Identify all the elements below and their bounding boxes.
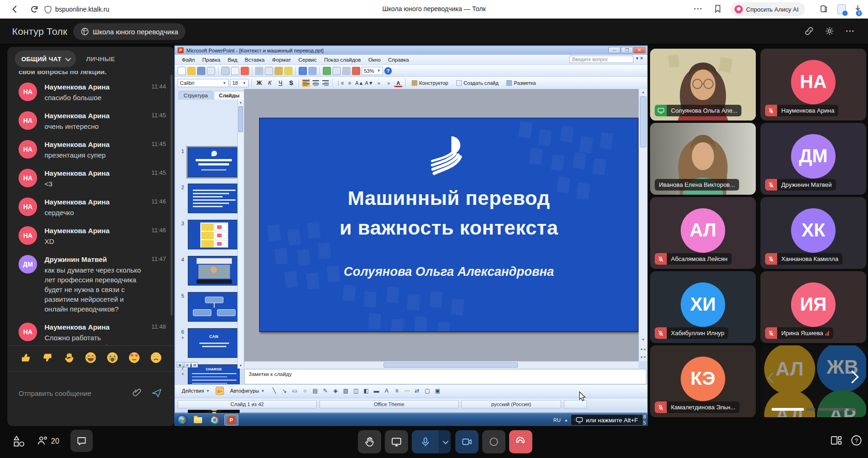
scroll-down-icon[interactable]: ▼ <box>238 363 243 369</box>
menu-item-показ-слайдов[interactable]: Показ слайдов <box>321 56 364 64</box>
reactions-shapes-icon[interactable] <box>12 434 26 448</box>
translate-doc-icon[interactable] <box>837 4 846 14</box>
participant-tile-3[interactable]: Иванова Елена Викторов... <box>650 123 756 195</box>
taskbar-powerpoint-button[interactable]: P <box>224 414 238 426</box>
joy-reaction[interactable] <box>84 351 97 366</box>
indent-less-icon[interactable]: « <box>375 79 383 87</box>
taskbar-explorer-button[interactable] <box>191 414 205 426</box>
leave-call-button[interactable] <box>509 430 532 453</box>
tab-slides[interactable]: Слайды <box>214 91 244 100</box>
restore-button[interactable]: ❐ <box>621 47 633 53</box>
scroll-up-icon[interactable]: ▲ <box>238 100 243 105</box>
cry-reaction[interactable] <box>106 351 119 366</box>
arrow-icon[interactable]: ↘ <box>281 388 288 394</box>
numbered-list-icon[interactable]: ⋮≡ <box>336 79 344 87</box>
cut-icon[interactable] <box>255 67 263 75</box>
microphone-options-button[interactable] <box>439 430 451 453</box>
dash-style-icon[interactable]: ⋯ <box>403 388 411 394</box>
menu-item-правка[interactable]: Правка <box>199 56 223 64</box>
shadow-button[interactable]: S <box>287 78 296 88</box>
participant-tile-6[interactable]: ХК Ханнанова Камилла <box>760 197 866 269</box>
diagram-icon[interactable]: ◈ <box>332 388 339 394</box>
underline-button[interactable]: Ч <box>276 78 285 88</box>
minimize-button[interactable]: — <box>608 47 620 53</box>
oval-icon[interactable]: ○ <box>301 388 309 394</box>
scroll-up-icon[interactable]: ▲ <box>639 89 647 95</box>
mail-icon[interactable] <box>207 67 215 75</box>
toggle-chat-button[interactable] <box>70 430 93 452</box>
line-style-icon[interactable]: ≡ <box>393 388 401 394</box>
raise-hand-button[interactable] <box>358 430 381 453</box>
new-icon[interactable] <box>178 67 186 75</box>
notes-box[interactable]: Заметки к слайду <box>244 369 646 384</box>
microphone-button[interactable] <box>412 430 439 453</box>
participant-tile-10[interactable]: АЛЖВАДАР <box>760 345 866 417</box>
menu-item-справка[interactable]: Справка <box>385 56 412 64</box>
copy-icon[interactable] <box>265 67 273 75</box>
shared-screen-area[interactable]: P Microsoft PowerPoint - [Контекст и маш… <box>174 45 648 426</box>
participant-tile-8[interactable]: ИЯ Ирина Яшиева <box>760 271 866 343</box>
room-name-pill[interactable]: Школа юного переводчика <box>73 23 185 40</box>
grid-icon[interactable] <box>342 67 351 75</box>
rectangle-icon[interactable]: ▭ <box>291 388 299 394</box>
arrow-style-icon[interactable]: ⇄ <box>414 388 421 394</box>
print-icon[interactable] <box>221 67 230 75</box>
pane-scroll-thumb[interactable] <box>238 106 243 132</box>
wordart-icon[interactable]: ✎ <box>322 388 329 394</box>
slide-thumbnail-6[interactable]: CAN <box>188 328 240 358</box>
participant-tile-7[interactable]: ХИ Хабибуллин Илнур <box>650 271 756 343</box>
slide-horizontal-scrollbar[interactable] <box>244 361 638 369</box>
taskbar-chrome-button[interactable] <box>208 414 222 426</box>
wave-reaction[interactable] <box>63 351 76 366</box>
save-icon[interactable] <box>197 67 205 75</box>
more-icon[interactable] <box>693 4 703 14</box>
slide-thumbnail-1[interactable] <box>188 147 240 177</box>
scroll-thumb[interactable] <box>640 96 646 147</box>
shadow-icon[interactable]: ▢ <box>424 388 431 394</box>
color-icon[interactable] <box>352 67 360 75</box>
undo-icon[interactable] <box>299 67 307 75</box>
keyboard-language[interactable]: RU <box>553 417 561 423</box>
slide-thumbnail-3[interactable] <box>188 220 240 249</box>
select-pointer-icon[interactable]: ▻ <box>216 387 224 395</box>
chat-message-list[interactable]: свои вопросы по лекции. НАНауменкова Ари… <box>7 71 174 345</box>
previous-slide-button[interactable]: ▲▲ <box>639 346 647 352</box>
fill-color-icon[interactable]: ◧ <box>363 388 370 394</box>
open-icon[interactable] <box>187 67 196 75</box>
threed-icon[interactable]: ▣ <box>434 388 441 394</box>
pane-scrollbar[interactable]: ▲ ▼ <box>237 100 243 369</box>
layout-button[interactable]: Разметка <box>503 78 539 88</box>
slide-thumbnail-4[interactable] <box>188 256 240 286</box>
slideshow-view-button[interactable]: ▤ <box>191 362 198 368</box>
tab-personal-chat[interactable]: ЛИЧНЫЕ <box>86 56 115 63</box>
painter-icon[interactable] <box>284 67 293 75</box>
next-slide-button[interactable]: ▼▼ <box>639 355 647 360</box>
heart-eyes-reaction[interactable] <box>128 351 140 366</box>
send-message-icon[interactable] <box>151 388 162 399</box>
spelling-icon[interactable] <box>241 67 249 75</box>
menu-item-сервис[interactable]: Сервис <box>295 56 320 64</box>
tab-outline[interactable]: Структура <box>179 91 213 100</box>
start-button[interactable] <box>177 415 187 425</box>
textbox-icon[interactable]: ▤ <box>312 388 319 394</box>
align-center-icon[interactable] <box>312 79 320 87</box>
extensions-icon[interactable] <box>819 4 829 14</box>
participant-tile-4[interactable]: ДМ Дружинин Матвей <box>760 123 866 195</box>
tray-expand-icon[interactable]: ▲ <box>564 418 568 422</box>
participant-tile-9[interactable]: КЭ Камалетдинова Эльн... <box>650 345 756 417</box>
participant-tile-2[interactable]: НА Науменкова Арина <box>760 49 866 121</box>
menu-item-файл[interactable]: Файл <box>179 56 198 64</box>
frown-reaction[interactable] <box>150 351 162 366</box>
attach-file-icon[interactable] <box>132 388 142 398</box>
picture-icon[interactable]: ◫ <box>352 388 360 394</box>
copy-link-icon[interactable] <box>804 26 814 36</box>
design-button[interactable]: Конструктор <box>408 78 452 88</box>
italic-button[interactable]: К <box>265 78 274 88</box>
scroll-down-icon[interactable]: ▼ <box>639 337 647 343</box>
slide-vertical-scrollbar[interactable]: ▲ ▼ ▲▲ ▼▼ <box>638 89 647 361</box>
help-icon[interactable]: ? <box>384 67 392 75</box>
font-color-icon[interactable]: А <box>383 388 390 394</box>
tab-common-chat[interactable]: ОБЩИЙ ЧАТ <box>15 51 76 67</box>
shrink-font-icon[interactable]: А▼ <box>365 79 373 87</box>
preview-icon[interactable] <box>231 67 239 75</box>
